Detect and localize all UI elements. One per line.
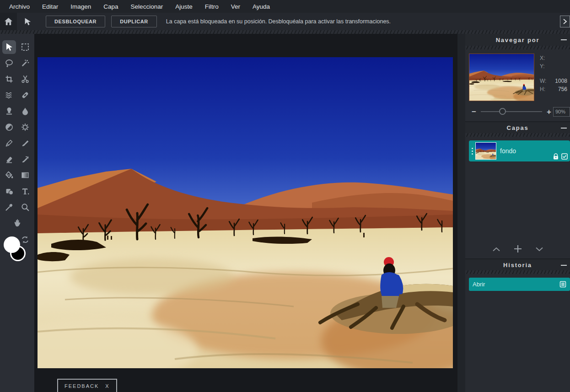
eraser-icon <box>5 155 14 164</box>
menu-item-seleccionar[interactable]: Seleccionar <box>131 3 163 10</box>
tool-arrange[interactable] <box>2 40 16 54</box>
tool-gradient[interactable] <box>18 168 32 182</box>
menu-item-archivo[interactable]: Archivo <box>9 3 30 10</box>
canvas-photo[interactable] <box>38 57 453 368</box>
layer-row-fondo[interactable]: fondo <box>469 140 570 161</box>
tool-text[interactable] <box>18 184 32 198</box>
foreground-color-swatch[interactable] <box>4 236 20 253</box>
navigator-hatch <box>465 46 570 49</box>
swap-colors-icon[interactable] <box>21 236 29 244</box>
duplicate-button[interactable]: DUPLICAR <box>111 16 157 27</box>
heal-bandage-icon <box>21 91 30 100</box>
menu-item-ver[interactable]: Ver <box>231 3 240 10</box>
hand-icon <box>12 218 22 228</box>
tool-fill[interactable] <box>2 168 16 182</box>
history-item-abrir[interactable]: Abrir <box>469 278 570 291</box>
history-header: Historia <box>465 258 570 270</box>
zoom-percent-input[interactable] <box>553 107 570 117</box>
layer-visibility-checkbox[interactable] <box>561 153 568 160</box>
tool-smudge[interactable] <box>18 152 32 166</box>
tool-wand[interactable] <box>18 56 32 70</box>
navigator-collapse-button[interactable] <box>560 36 567 43</box>
tool-dodge-burn[interactable] <box>2 120 16 134</box>
history-collapse-button[interactable] <box>560 262 567 269</box>
layer-name: fondo <box>500 147 516 155</box>
zoom-slider[interactable] <box>481 108 542 115</box>
canvas-area[interactable]: FEEDBACK X <box>34 34 457 392</box>
layers-content: fondo <box>465 137 570 258</box>
scissors-icon <box>21 75 30 84</box>
navigator-info: X: Y: W:1008 H:756 <box>540 55 567 94</box>
tool-zoom[interactable] <box>18 200 32 214</box>
smudge-brush-icon <box>21 155 30 164</box>
navigator-title: Navegar por <box>496 37 540 43</box>
tool-lasso[interactable] <box>2 56 16 70</box>
layers-collapse-button[interactable] <box>560 124 567 132</box>
tool-detail[interactable] <box>18 120 32 134</box>
y-label: Y: <box>540 63 545 71</box>
home-icon <box>4 17 13 26</box>
dodge-burn-icon <box>5 123 14 132</box>
navigator-thumbnail[interactable] <box>469 54 534 101</box>
navigator-header: Navegar por <box>465 34 570 46</box>
tool-pen[interactable] <box>2 136 16 150</box>
chevron-down-icon <box>535 247 543 252</box>
layers-footer <box>465 243 570 256</box>
tool-picker[interactable] <box>2 200 16 214</box>
history-item-label: Abrir <box>473 281 559 288</box>
layer-drag-handle[interactable] <box>469 148 475 155</box>
feedback-close[interactable]: X <box>105 383 109 389</box>
x-label: X: <box>540 55 545 63</box>
menu-item-filtro[interactable]: Filtro <box>205 3 219 10</box>
layer-lock-icon[interactable] <box>553 153 559 160</box>
menu-bar: Archivo Editar Imagen Capa Seleccionar A… <box>0 0 570 13</box>
blur-drop-icon <box>21 107 30 116</box>
panel-resize-gutter[interactable] <box>457 34 465 392</box>
menu-item-imagen[interactable]: Imagen <box>70 3 91 10</box>
minus-icon <box>561 265 567 266</box>
tool-shape[interactable] <box>2 184 16 198</box>
tool-clone[interactable] <box>2 104 16 118</box>
layer-thumbnail-image <box>476 143 496 159</box>
eyedropper-icon <box>5 203 14 212</box>
tool-liquify[interactable] <box>2 88 16 102</box>
tool-hand[interactable] <box>11 216 24 230</box>
zoom-out-button[interactable]: − <box>470 108 478 116</box>
feedback-button[interactable]: FEEDBACK X <box>57 379 117 392</box>
main-workspace: FEEDBACK X Navegar por X: Y: W:1008 H:75… <box>0 34 570 392</box>
zoom-controls: − + <box>465 105 570 118</box>
history-content: Abrir <box>465 274 570 392</box>
menu-item-ajuste[interactable]: Ajuste <box>175 3 193 10</box>
zoom-in-button[interactable]: + <box>545 108 553 116</box>
menu-item-editar[interactable]: Editar <box>42 3 58 10</box>
tool-heal[interactable] <box>18 88 32 102</box>
tool-marquee[interactable] <box>18 40 32 54</box>
home-button[interactable] <box>0 13 17 30</box>
minus-icon <box>561 128 567 129</box>
tool-crop[interactable] <box>2 72 16 86</box>
zoom-slider-handle[interactable] <box>499 108 506 115</box>
menu-item-ayuda[interactable]: Ayuda <box>253 3 270 10</box>
tool-eraser[interactable] <box>2 152 16 166</box>
menu-item-capa[interactable]: Capa <box>103 3 118 10</box>
tool-draw[interactable] <box>18 136 32 150</box>
layer-thumbnail <box>475 142 496 160</box>
panel-collapse-button[interactable] <box>560 16 570 27</box>
width-label: W: <box>540 78 546 86</box>
move-layer-down-button[interactable] <box>534 245 544 254</box>
unlock-button[interactable]: DESBLOQUEAR <box>46 16 105 27</box>
height-label: H: <box>540 86 545 94</box>
text-tool-icon <box>21 187 30 196</box>
height-value: 756 <box>558 86 567 94</box>
add-layer-button[interactable] <box>512 243 523 256</box>
move-layer-up-button[interactable] <box>491 245 501 254</box>
tool-cutout[interactable] <box>18 72 32 86</box>
tool-blur[interactable] <box>18 104 32 118</box>
crop-icon <box>5 75 14 84</box>
minus-icon <box>561 39 567 40</box>
liquify-waves-icon <box>5 91 14 100</box>
arrange-cursor-icon <box>5 43 14 52</box>
right-panel: Navegar por X: Y: W:1008 H:756 − + <box>465 34 570 392</box>
lasso-icon <box>5 59 14 68</box>
magnifier-icon <box>21 203 30 212</box>
